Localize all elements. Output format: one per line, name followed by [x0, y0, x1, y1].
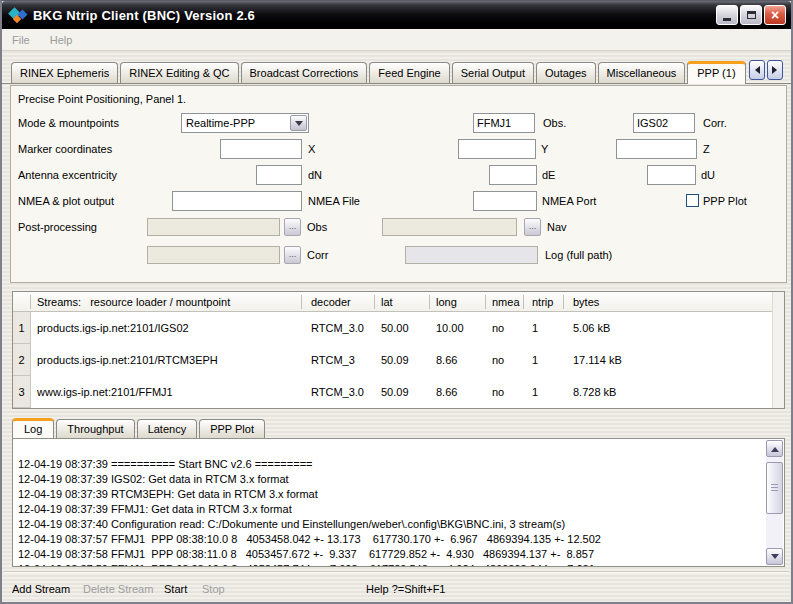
marker-y-input[interactable]: [458, 139, 536, 159]
postproc-log-input[interactable]: [405, 246, 538, 264]
table-row[interactable]: 3 www.igs-ip.net:2101/FFMJ1 RTCM_3.0 50.…: [13, 376, 784, 408]
tab-rinex-ephemeris[interactable]: RINEX Ephemeris: [11, 62, 118, 83]
tab-throughput[interactable]: Throughput: [56, 419, 134, 438]
cell-decoder: RTCM_3: [302, 354, 375, 366]
delete-stream-button[interactable]: Delete Stream: [83, 583, 153, 595]
marker-x-input[interactable]: [220, 139, 302, 159]
cell-long: 8.66: [430, 354, 486, 366]
close-icon: ×: [771, 8, 779, 22]
antenna-du-input[interactable]: [647, 165, 696, 185]
menu-file[interactable]: File: [12, 34, 30, 46]
log-output[interactable]: 12-04-19 08:37:39 ========== Start BNC v…: [12, 438, 785, 567]
cell-long: 8.66: [430, 386, 486, 398]
marker-coordinates-label: Marker coordinates: [18, 139, 112, 159]
cell-long: 10.00: [430, 322, 486, 334]
cell-lat: 50.09: [375, 354, 430, 366]
tab-scroll-right-button[interactable]: [767, 60, 783, 80]
tab-rinex-editing-qc[interactable]: RINEX Editing & QC: [120, 62, 238, 83]
log-line: 12-04-19 08:37:39 ========== Start BNC v…: [18, 457, 762, 472]
row-number: 1: [13, 312, 31, 344]
postproc-obs-input[interactable]: [147, 218, 280, 236]
table-row[interactable]: 1 products.igs-ip.net:2101/IGS02 RTCM_3.…: [13, 312, 784, 344]
tab-broadcast-corrections[interactable]: Broadcast Corrections: [241, 62, 368, 83]
tab-ppp-1[interactable]: PPP (1): [687, 61, 745, 84]
minimize-button[interactable]: [716, 5, 738, 25]
scrollbar-thumb[interactable]: [766, 462, 783, 514]
stop-button[interactable]: Stop: [202, 583, 225, 595]
obs-label: Obs.: [543, 113, 566, 133]
mode-combobox-value: Realtime-PPP: [186, 117, 255, 129]
ppp-panel: Precise Point Positioning, Panel 1. Mode…: [10, 85, 787, 283]
ppp-plot-checkbox[interactable]: [686, 194, 699, 207]
cell-bytes: 17.114 kB: [564, 354, 784, 366]
bottom-separator: [4, 571, 789, 573]
obs-mountpoint-input[interactable]: [473, 113, 535, 133]
menu-help[interactable]: Help: [50, 34, 73, 46]
log-line: 12-04-19 08:37:58 FFMJ1 PPP 08:38:11.0 8…: [18, 547, 762, 562]
log-line: 12-04-19 08:37:39 FFMJ1: Get data in RTC…: [18, 502, 762, 517]
table-row[interactable]: 2 products.igs-ip.net:2101/RTCM3EPH RTCM…: [13, 344, 784, 376]
browse-nav-button[interactable]: ...: [524, 218, 541, 236]
cell-decoder: RTCM_3.0: [302, 386, 375, 398]
cell-lat: 50.09: [375, 386, 430, 398]
marker-z-input[interactable]: [616, 139, 697, 159]
header-ntrip[interactable]: ntrip: [524, 295, 564, 309]
add-stream-button[interactable]: Add Stream: [12, 583, 70, 595]
postproc-log-label: Log (full path): [545, 246, 612, 264]
tab-serial-output[interactable]: Serial Output: [452, 62, 534, 83]
mode-combobox[interactable]: Realtime-PPP: [181, 113, 309, 133]
header-nmea[interactable]: nmea: [486, 295, 524, 309]
table-scrollbar[interactable]: [772, 292, 784, 408]
cell-nmea: no: [486, 322, 524, 334]
title-bar: BKG Ntrip Client (BNC) Version 2.6 ×: [2, 1, 791, 29]
browse-corr-button[interactable]: ...: [284, 246, 301, 264]
scroll-down-button[interactable]: [766, 548, 783, 565]
close-button[interactable]: ×: [764, 5, 786, 25]
tab-outages[interactable]: Outages: [536, 62, 596, 83]
y-label: Y: [541, 139, 548, 159]
antenna-excentricity-label: Antenna excentricity: [18, 165, 117, 185]
grip-icon: [771, 484, 778, 492]
header-bytes[interactable]: bytes: [564, 295, 784, 309]
chevron-down-icon: [295, 121, 303, 130]
header-lat[interactable]: lat: [375, 295, 430, 309]
streams-table: Streams: resource loader / mountpoint de…: [12, 291, 785, 409]
postproc-corr-input[interactable]: [147, 246, 280, 264]
tab-scroll-left-button[interactable]: [749, 60, 765, 80]
log-line: 12-04-19 08:37:39 IGS02: Get data in RTC…: [18, 472, 762, 487]
log-line: 12-04-19 08:37:57 FFMJ1 PPP 08:38:10.0 8…: [18, 532, 762, 547]
tab-feed-engine[interactable]: Feed Engine: [369, 62, 449, 83]
cell-decoder: RTCM_3.0: [302, 322, 375, 334]
main-tab-bar: RINEX Ephemeris RINEX Editing & QC Broad…: [2, 59, 791, 84]
header-decoder[interactable]: decoder: [302, 295, 375, 309]
antenna-de-input[interactable]: [489, 165, 537, 185]
ppp-plot-label: PPP Plot: [703, 191, 747, 211]
header-streams[interactable]: Streams: resource loader / mountpoint: [31, 295, 302, 309]
combobox-dropdown-button[interactable]: [290, 115, 307, 131]
maximize-button[interactable]: [740, 5, 762, 25]
app-icon: [9, 7, 27, 23]
header-long[interactable]: long: [430, 295, 486, 309]
cell-mountpoint: products.igs-ip.net:2101/IGS02: [31, 322, 302, 334]
browse-obs-button[interactable]: ...: [284, 218, 301, 236]
corr-label: Corr.: [703, 113, 727, 133]
table-header: Streams: resource loader / mountpoint de…: [13, 292, 784, 312]
tab-latency[interactable]: Latency: [137, 419, 198, 438]
antenna-dn-input[interactable]: [256, 165, 302, 185]
cell-lat: 50.00: [375, 322, 430, 334]
start-button[interactable]: Start: [164, 583, 187, 595]
tab-ppp-plot[interactable]: PPP Plot: [199, 419, 265, 438]
cell-mountpoint: products.igs-ip.net:2101/RTCM3EPH: [31, 354, 302, 366]
scroll-up-button[interactable]: [766, 440, 783, 457]
arrow-down-icon: [771, 554, 779, 563]
corr-mountpoint-input[interactable]: [633, 113, 695, 133]
tab-miscellaneous[interactable]: Miscellaneous: [598, 62, 686, 83]
cell-mountpoint: www.igs-ip.net:2101/FFMJ1: [31, 386, 302, 398]
nmea-file-input[interactable]: [172, 191, 302, 211]
log-scrollbar[interactable]: [766, 440, 783, 565]
x-label: X: [308, 139, 315, 159]
postproc-nav-input[interactable]: [382, 218, 517, 236]
nmea-port-input[interactable]: [473, 191, 537, 211]
row-number: 3: [13, 376, 31, 408]
tab-log[interactable]: Log: [12, 418, 54, 439]
